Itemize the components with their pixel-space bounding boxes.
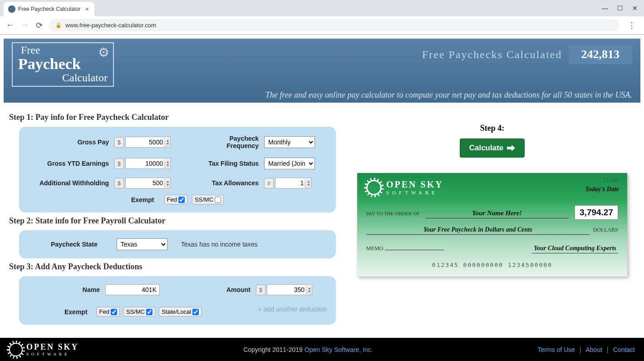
check-date: Today's Date (585, 186, 619, 193)
step2-heading: Step 2: State info for Free Payroll Calc… (9, 216, 336, 226)
step1-heading: Step 1: Pay info for Free Paycheck Calcu… (9, 113, 336, 122)
dollars-label: DOLLARS (593, 227, 618, 233)
check-company: OPEN SKY (386, 179, 443, 190)
dollar-prefix: $ (114, 178, 124, 188)
memo-label: MEMO (366, 245, 383, 252)
addl-withholding-input[interactable] (125, 178, 171, 188)
gear-dollar-icon: ⚙ (98, 45, 109, 60)
deduction-amount-input[interactable] (267, 284, 312, 295)
frequency-select[interactable]: Monthly (264, 136, 315, 148)
browser-chrome: Free Paycheck Calculator × — ☐ ✕ ← → ⟳ 🔒… (0, 0, 644, 35)
addl-withholding-label: Additional Withholding (28, 179, 114, 187)
calculate-button[interactable]: Calculate (460, 138, 525, 158)
filing-status-label: Tax Filing Status (196, 160, 264, 167)
deduction-exempt-state[interactable]: State/Local (159, 307, 202, 316)
forward-icon: → (20, 20, 29, 30)
logo-line-1: Free (21, 44, 108, 56)
allowances-label: Tax Allowances (196, 179, 264, 187)
url-text: www.free-paycheck-calculator.com (65, 22, 156, 29)
deduction-name-label: Name (28, 286, 105, 293)
logo-line-3: Calculator (18, 72, 108, 84)
reload-icon[interactable]: ⟳ (34, 20, 44, 30)
gross-pay-input[interactable] (125, 137, 171, 148)
pay-to-label: PAY TO THE ORDER OF (366, 211, 419, 216)
step1-panel: Gross Pay $ ▲▼ Paycheck Frequency Monthl… (19, 127, 336, 213)
logo-line-2: Paycheck (18, 56, 108, 72)
main-content: Step 1: Pay info for Free Paycheck Calcu… (0, 103, 644, 331)
paycheck-preview: OPEN SKY SOFTWARE 12345 Today's Date PAY… (357, 173, 627, 277)
close-window-icon[interactable]: ✕ (632, 5, 638, 12)
favicon-icon (8, 5, 15, 13)
pay-to-name: Your Name Here! (426, 209, 568, 218)
check-software: SOFTWARE (386, 190, 443, 195)
dollar-prefix: $ (114, 137, 124, 148)
opensky-logo-icon (366, 180, 382, 195)
gross-ytd-input[interactable] (125, 158, 171, 169)
exempt-label: Exempt (131, 196, 160, 203)
dollar-prefix: $ (114, 158, 124, 169)
browser-tab[interactable]: Free Paycheck Calculator × (4, 2, 94, 16)
check-number: 12345 (603, 178, 619, 184)
gross-ytd-label: Gross YTD Earnings (28, 160, 114, 167)
add-deduction-link[interactable]: + add another deduction (258, 306, 327, 313)
address-bar: ← → ⟳ 🔒 www.free-paycheck-calculator.com… (0, 16, 644, 35)
step3-panel: Name Amount $ ▲▼ Exempt Fed SS/MC State/… (19, 276, 336, 325)
filing-status-select[interactable]: Married (Joint) (264, 158, 315, 169)
gross-pay-label: Gross Pay (28, 138, 114, 146)
step3-heading: Step 3: Add Any Paycheck Deductions (9, 262, 336, 272)
minimize-icon[interactable]: — (602, 5, 608, 12)
browser-menu-icon[interactable]: ⋮ (625, 20, 639, 30)
site-logo[interactable]: ⚙ Free Paycheck Calculator (12, 42, 114, 87)
counter-label: Free Paychecks Calculated (422, 49, 562, 61)
deduction-exempt-label: Exempt (64, 308, 93, 316)
frequency-label: Paycheck Frequency (196, 135, 264, 149)
paycheck-counter: Free Paychecks Calculated 242,813 (422, 42, 632, 64)
site-header: ⚙ Free Paycheck Calculator Free Paycheck… (4, 39, 640, 103)
tab-bar: Free Paycheck Calculator × — ☐ ✕ (0, 0, 644, 16)
result-column: Step 4: Calculate OPEN SKY SOFTWARE 1234… (349, 109, 635, 325)
deduction-name-input[interactable] (105, 284, 160, 295)
deduction-amount-label: Amount (202, 286, 256, 293)
check-routing: 012345 000000000 1234500000 (366, 262, 618, 268)
tagline: The free and easy online pay calculator … (12, 90, 632, 100)
check-dollars-text: Your Free Paycheck in Dollars and Cents (366, 226, 590, 235)
maximize-icon[interactable]: ☐ (617, 5, 623, 12)
deduction-exempt-fed[interactable]: Fed (97, 307, 120, 316)
state-select[interactable]: Texas (117, 238, 167, 250)
exempt-ssmc-checkbox[interactable]: SS/MC (192, 195, 224, 204)
url-input[interactable]: 🔒 www.free-paycheck-calculator.com (49, 19, 619, 31)
memo-blank (385, 250, 444, 250)
tab-title: Free Paycheck Calculator (18, 6, 82, 12)
deduction-exempt-ssmc[interactable]: SS/MC (123, 307, 155, 316)
dollar-prefix: $ (256, 285, 265, 295)
check-amount: 3,794.27 (575, 205, 618, 220)
paycheck-state-label: Paycheck State (51, 241, 103, 248)
state-note: Texas has no income taxes (181, 241, 258, 248)
hash-prefix: # (264, 178, 274, 188)
tab-close-icon[interactable]: × (84, 5, 90, 13)
arrow-right-icon (507, 145, 515, 151)
step2-panel: Paycheck State Texas Texas has no income… (19, 230, 336, 258)
allowances-input[interactable] (275, 178, 311, 188)
back-icon[interactable]: ← (5, 20, 15, 30)
counter-value: 242,813 (569, 45, 633, 64)
step4-heading: Step 4: (480, 124, 505, 133)
check-signature: Your Cloud Computing Experts (532, 245, 618, 253)
form-column: Step 1: Pay info for Free Paycheck Calcu… (9, 109, 336, 325)
exempt-fed-checkbox[interactable]: Fed (164, 195, 187, 204)
lock-icon: 🔒 (55, 22, 62, 28)
window-controls: — ☐ ✕ (602, 5, 644, 12)
